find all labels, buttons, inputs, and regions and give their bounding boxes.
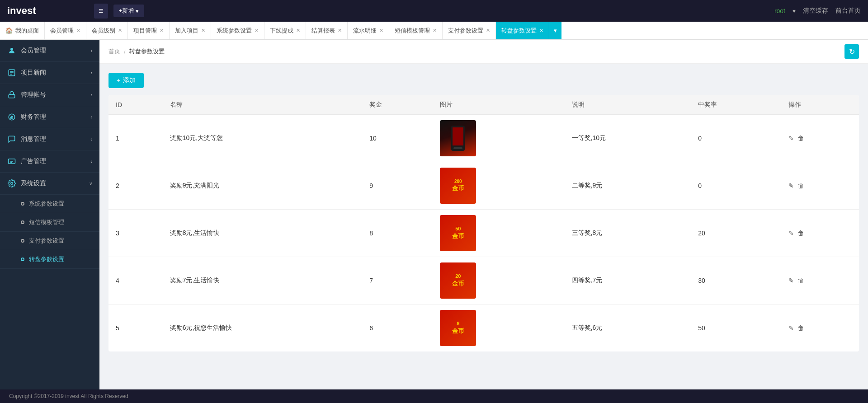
sidebar-financial-label: 财务管理 [21, 113, 46, 121]
tab-project-mgmt[interactable]: 项目管理 ✕ [128, 22, 170, 40]
header-right: root ▾ 清空缓存 前台首页 [774, 7, 861, 15]
sidebar-financial-chevron: ‹ [90, 114, 92, 120]
tab-downline[interactable]: 下线提成 ✕ [264, 22, 306, 40]
cell-id: 3 [108, 210, 163, 257]
refresh-button[interactable]: ↻ [844, 44, 859, 59]
tab-settlement-close[interactable]: ✕ [338, 28, 342, 33]
sidebar-member-mgmt-label: 会员管理 [21, 47, 46, 55]
tab-project-mgmt-close[interactable]: ✕ [160, 28, 164, 33]
tab-join-project[interactable]: 加入项目 ✕ [170, 22, 211, 40]
edit-button[interactable]: ✎ [788, 230, 794, 237]
sidebar-item-manage-account[interactable]: 管理帐号 ‹ [0, 84, 99, 106]
sidebar-member-chevron: ‹ [90, 48, 92, 53]
add-button[interactable]: + 添加 [108, 73, 144, 88]
delete-button[interactable]: 🗑 [797, 277, 804, 284]
tab-turntable-params[interactable]: 转盘参数设置 ✕ [496, 22, 549, 40]
new-add-button[interactable]: +新增 ▾ [113, 5, 145, 17]
cell-desc: 四等奖,7元 [565, 257, 691, 305]
cell-bonus: 9 [362, 162, 433, 210]
table-row: 4 奖励7元,生活愉快 7 20 金币 四等奖,7元 30 ✎ 🗑 [108, 257, 859, 305]
tab-sms-template[interactable]: 短信模板管理 ✕ [389, 22, 443, 40]
tab-more-btn[interactable]: ▾ [549, 22, 561, 40]
sidebar-item-ad-mgmt[interactable]: 广告管理 ‹ [0, 150, 99, 173]
edit-button[interactable]: ✎ [788, 324, 794, 332]
tab-settlement[interactable]: 结算报表 ✕ [306, 22, 348, 40]
app-logo: invest [7, 5, 89, 17]
message-mgmt-icon [7, 135, 16, 144]
tab-member-level[interactable]: 会员级别 ✕ [86, 22, 128, 40]
tab-sys-params-label: 系统参数设置 [217, 27, 252, 35]
menu-toggle-button[interactable]: ≡ [94, 4, 108, 19]
cell-rate: 30 [691, 257, 781, 305]
sidebar-news-chevron: ‹ [90, 70, 92, 75]
tab-sms-template-close[interactable]: ✕ [433, 28, 437, 33]
user-dropdown-icon[interactable]: ▾ [793, 7, 796, 14]
edit-button[interactable]: ✎ [788, 277, 794, 284]
home-icon: 🏠 [5, 27, 13, 34]
breadcrumb-home[interactable]: 首页 [108, 47, 120, 56]
svg-rect-10 [453, 127, 463, 145]
current-user[interactable]: root [774, 7, 785, 14]
cell-bonus: 8 [362, 210, 433, 257]
tab-member-mgmt-close[interactable]: ✕ [76, 28, 80, 33]
tab-pay-params-close[interactable]: ✕ [486, 28, 490, 33]
delete-button[interactable]: 🗑 [797, 324, 804, 332]
sidebar-sub-pay-params[interactable]: 支付参数设置 [0, 232, 99, 250]
svg-rect-11 [453, 147, 462, 149]
tab-flow-detail[interactable]: 流水明细 ✕ [348, 22, 389, 40]
new-add-label: +新增 [119, 7, 134, 15]
tab-member-level-close[interactable]: ✕ [118, 28, 122, 33]
cell-name: 奖励7元,生活愉快 [163, 257, 362, 305]
delete-button[interactable]: 🗑 [797, 135, 804, 142]
add-icon: + [117, 77, 120, 84]
cell-bonus: 7 [362, 257, 433, 305]
col-desc: 说明 [565, 95, 691, 115]
sidebar-account-chevron: ‹ [90, 92, 92, 98]
tab-join-project-close[interactable]: ✕ [201, 28, 205, 33]
delete-button[interactable]: 🗑 [797, 182, 804, 189]
project-news-icon [7, 68, 16, 77]
tab-member-mgmt[interactable]: 会员管理 ✕ [45, 22, 86, 40]
turntable-dot [21, 258, 24, 261]
cell-id: 2 [108, 162, 163, 210]
tab-home[interactable]: 🏠 我的桌面 [0, 22, 45, 40]
svg-rect-5 [9, 94, 15, 98]
sidebar-sub-turntable-params[interactable]: 转盘参数设置 [0, 250, 99, 269]
front-desk-btn[interactable]: 前台首页 [835, 7, 861, 15]
cell-rate: 0 [691, 115, 781, 162]
delete-button[interactable]: 🗑 [797, 230, 804, 237]
sidebar-item-member-mgmt[interactable]: 会员管理 ‹ [0, 40, 99, 62]
sidebar-item-message-mgmt[interactable]: 消息管理 ‹ [0, 128, 99, 150]
content-area: 首页 / 转盘参数设置 ↻ + 添加 ID 名称 奖金 图片 说 [99, 40, 868, 389]
sidebar-sub-sms-label: 短信模板管理 [29, 218, 64, 226]
cell-desc: 五等奖,6元 [565, 305, 691, 352]
sidebar-sub-sms-template[interactable]: 短信模板管理 [0, 213, 99, 232]
cell-image [433, 115, 564, 162]
tab-bar: 🏠 我的桌面 会员管理 ✕ 会员级别 ✕ 项目管理 ✕ 加入项目 ✕ 系统参数设… [0, 22, 868, 40]
sidebar-item-project-news[interactable]: 项目新闻 ‹ [0, 62, 99, 84]
tab-project-mgmt-label: 项目管理 [133, 27, 157, 35]
sidebar-message-label: 消息管理 [21, 135, 46, 143]
cell-rate: 0 [691, 162, 781, 210]
tab-turntable-close[interactable]: ✕ [539, 28, 543, 33]
tab-flow-detail-close[interactable]: ✕ [379, 28, 383, 33]
refresh-icon: ↻ [849, 47, 855, 56]
clear-cache-btn[interactable]: 清空缓存 [803, 7, 828, 15]
tab-pay-params[interactable]: 支付参数设置 ✕ [443, 22, 496, 40]
sidebar-sub-turntable-label: 转盘参数设置 [29, 255, 64, 263]
sidebar-item-financial-mgmt[interactable]: 财务管理 ‹ [0, 106, 99, 128]
tab-downline-close[interactable]: ✕ [296, 28, 300, 33]
sidebar-sub-sys-params[interactable]: 系统参数设置 [0, 195, 99, 213]
edit-button[interactable]: ✎ [788, 135, 794, 142]
cell-desc: 三等奖,8元 [565, 210, 691, 257]
sidebar-item-sys-settings[interactable]: 系统设置 ∨ [0, 173, 99, 195]
footer-text: Copyright ©2017-2019 invest All Rights R… [9, 393, 128, 399]
sidebar-sys-settings-chevron: ∨ [89, 181, 92, 186]
header-left: invest ≡ +新增 ▾ [7, 4, 144, 19]
tab-sys-params-close[interactable]: ✕ [255, 28, 259, 33]
tab-sys-params[interactable]: 系统参数设置 ✕ [211, 22, 264, 40]
edit-button[interactable]: ✎ [788, 182, 794, 189]
ad-mgmt-icon [7, 157, 16, 166]
table-row: 1 奖励10元,大奖等您 10 一等奖,10元 0 ✎ 🗑 [108, 115, 859, 162]
col-id: ID [108, 95, 163, 115]
